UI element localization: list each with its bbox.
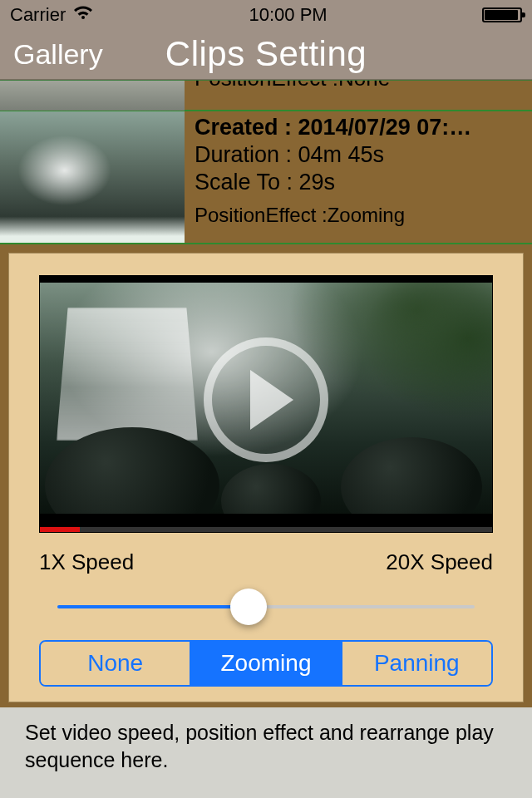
video-progress-track[interactable] <box>40 527 492 532</box>
play-button[interactable] <box>204 337 328 462</box>
help-text: Set video speed, position effect and rea… <box>0 707 532 798</box>
effect-segmented-control: None Zooming Panning <box>39 640 493 687</box>
clip-effect: PositionEffect :None <box>195 81 390 91</box>
video-preview[interactable] <box>39 275 493 533</box>
clock: 10:00 PM <box>249 4 328 26</box>
speed-max-label: 20X Speed <box>386 549 493 575</box>
clip-thumb <box>0 81 185 111</box>
status-bar: Carrier 10:00 PM <box>0 0 532 30</box>
clip-row-prev[interactable]: PositionEffect :None <box>0 80 532 110</box>
clip-scale: Scale To : 29s <box>195 170 522 195</box>
segment-panning[interactable]: Panning <box>342 642 491 685</box>
editor-panel: 1X Speed 20X Speed None Zooming Panning <box>8 253 524 702</box>
nav-bar: Gallery Clips Setting <box>0 30 532 80</box>
carrier-label: Carrier <box>10 4 66 26</box>
clip-effect: PositionEffect :Zooming <box>195 204 522 227</box>
editor-panel-wrap: 1X Speed 20X Speed None Zooming Panning <box>0 244 532 707</box>
segment-zooming[interactable]: Zooming <box>191 642 342 685</box>
back-button[interactable]: Gallery <box>13 38 103 71</box>
segment-none[interactable]: None <box>41 642 191 685</box>
slider-thumb[interactable] <box>230 589 267 625</box>
battery-icon <box>482 7 522 22</box>
speed-slider[interactable] <box>39 580 493 633</box>
clip-list: PositionEffect :None Created : 2014/07/2… <box>0 80 532 244</box>
play-icon <box>250 370 293 430</box>
speed-min-label: 1X Speed <box>39 549 134 575</box>
video-progress-fill <box>40 527 80 532</box>
clip-duration: Duration : 04m 45s <box>195 142 522 168</box>
clip-created: Created : 2014/07/29 07:… <box>195 115 522 140</box>
clip-row-selected[interactable]: Created : 2014/07/29 07:… Duration : 04m… <box>0 110 532 244</box>
wifi-icon <box>72 4 94 26</box>
slider-fill <box>57 605 249 608</box>
clip-thumb <box>0 111 185 243</box>
